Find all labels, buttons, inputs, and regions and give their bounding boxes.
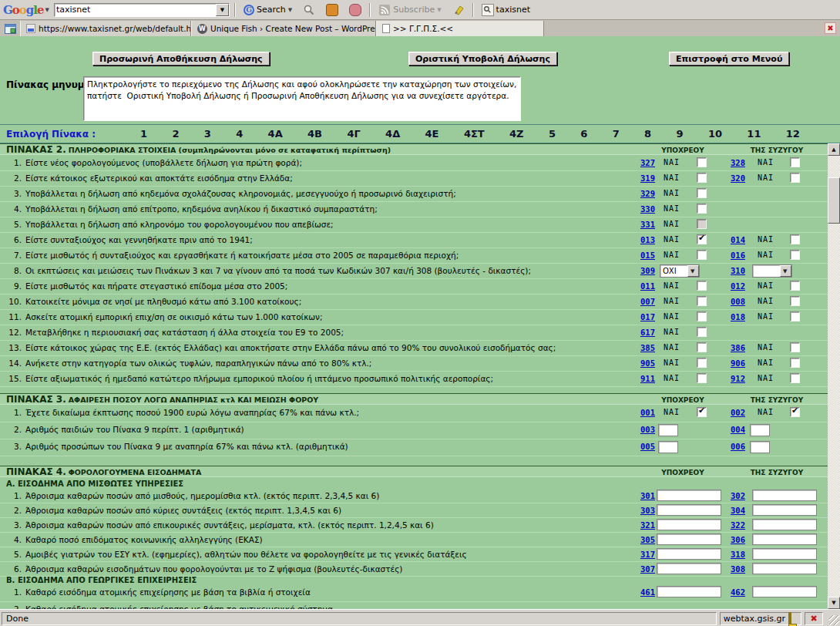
code-link-002[interactable]: 002	[731, 408, 745, 417]
form-scrollbar[interactable]: ▲ ▼	[828, 143, 840, 609]
checkbox[interactable]	[697, 173, 707, 183]
checkbox[interactable]	[697, 219, 707, 229]
checkbox[interactable]	[697, 188, 707, 198]
checkbox[interactable]	[697, 157, 707, 167]
toolbar-search-input[interactable]	[56, 5, 215, 15]
yes-no-select[interactable]: ▼	[752, 264, 792, 278]
checkbox[interactable]	[790, 342, 800, 352]
code-link-304[interactable]: 304	[731, 506, 745, 515]
code-link-461[interactable]: 461	[640, 587, 655, 597]
tab-taxisnet[interactable]: https://www.taxisnet.gr/web/default.html	[20, 21, 191, 36]
checkbox[interactable]	[790, 250, 800, 260]
checkbox[interactable]	[697, 327, 707, 337]
checkbox[interactable]	[697, 281, 707, 291]
code-link-004[interactable]: 004	[731, 425, 745, 434]
code-link-330[interactable]: 330	[640, 204, 655, 214]
code-link-317[interactable]: 317	[640, 550, 655, 559]
scrollbar-thumb[interactable]	[828, 177, 840, 224]
table-select-2[interactable]: 2	[172, 128, 179, 140]
table-select-10[interactable]: 10	[708, 128, 722, 140]
highlighter-button[interactable]	[449, 3, 468, 17]
code-link-912[interactable]: 912	[731, 374, 745, 383]
status-blocked-panel[interactable]: ✖	[805, 612, 823, 625]
amount-input[interactable]	[657, 548, 721, 560]
code-link-303[interactable]: 303	[640, 506, 655, 515]
amount-input[interactable]	[752, 563, 817, 574]
code-link-308[interactable]: 308	[731, 564, 745, 574]
code-link-462[interactable]: 462	[731, 587, 745, 597]
code-link-906[interactable]: 906	[731, 358, 745, 368]
checkbox[interactable]	[697, 342, 707, 352]
amount-input[interactable]	[657, 519, 721, 530]
table-select-8[interactable]: 8	[644, 128, 651, 140]
code-link-322[interactable]: 322	[731, 520, 745, 530]
close-icon[interactable]: ✖	[825, 22, 836, 34]
code-link-307[interactable]: 307	[640, 564, 655, 574]
code-link-301[interactable]: 301	[640, 491, 655, 500]
page-info-button[interactable]	[323, 3, 341, 17]
amount-input[interactable]	[752, 586, 817, 597]
table-select-4Ζ[interactable]: 4Ζ	[509, 128, 523, 140]
word-find-button[interactable]: taxisnet	[479, 3, 533, 17]
checkbox[interactable]	[697, 311, 707, 321]
code-link-017[interactable]: 017	[640, 312, 655, 321]
table-select-11[interactable]: 11	[747, 128, 761, 140]
checkbox[interactable]	[790, 373, 800, 383]
code-link-005[interactable]: 005	[640, 442, 655, 451]
scroll-up-icon[interactable]: ▲	[828, 143, 840, 156]
table-select-5[interactable]: 5	[549, 128, 556, 140]
code-link-911[interactable]: 911	[640, 374, 655, 383]
extras-button[interactable]	[346, 3, 365, 17]
code-link-329[interactable]: 329	[640, 189, 655, 198]
code-link-014[interactable]: 014	[731, 235, 745, 244]
subscribe-button[interactable]: Subscribe ▼	[375, 3, 444, 17]
code-link-309[interactable]: 309	[640, 266, 655, 275]
amount-input[interactable]	[752, 490, 817, 501]
code-link-003[interactable]: 003	[640, 425, 655, 434]
table-select-12[interactable]: 12	[786, 128, 800, 140]
table-select-7[interactable]: 7	[613, 128, 620, 140]
code-link-327[interactable]: 327	[640, 158, 655, 167]
code-link-305[interactable]: 305	[640, 535, 655, 544]
amount-input[interactable]	[657, 586, 721, 597]
table-select-9[interactable]: 9	[677, 128, 684, 140]
checkbox[interactable]	[697, 358, 707, 368]
table-select-3[interactable]: 3	[204, 128, 211, 140]
checkbox[interactable]	[697, 296, 707, 306]
code-link-306[interactable]: 306	[731, 535, 745, 544]
table-select-6[interactable]: 6	[580, 128, 587, 140]
message-board-text[interactable]: Πληκτρολογήστε το περιεχόμενο της Δήλωση…	[83, 76, 521, 121]
code-link-011[interactable]: 011	[640, 281, 655, 291]
tab-wordpress[interactable]: W Unique Fish › Create New Post – WordPr…	[191, 21, 376, 36]
table-select-1[interactable]: 1	[140, 128, 147, 140]
code-link-617[interactable]: 617	[640, 328, 655, 337]
number-input[interactable]	[750, 441, 770, 453]
table-select-4Γ[interactable]: 4Γ	[347, 128, 360, 140]
code-link-012[interactable]: 012	[731, 281, 745, 291]
code-link-320[interactable]: 320	[731, 173, 745, 183]
checkbox[interactable]	[790, 173, 800, 183]
code-link-385[interactable]: 385	[640, 343, 655, 352]
table-select-4Δ[interactable]: 4Δ	[385, 128, 400, 140]
code-link-016[interactable]: 016	[731, 251, 745, 260]
select-dropdown-button[interactable]: ▼	[687, 265, 699, 277]
checkbox[interactable]	[697, 373, 707, 383]
amount-input[interactable]	[657, 504, 721, 516]
amount-input[interactable]	[752, 519, 817, 530]
search-button[interactable]: G Search ▼	[240, 4, 295, 16]
table-select-4[interactable]: 4	[236, 128, 243, 140]
code-link-386[interactable]: 386	[731, 343, 745, 352]
save-temp-button[interactable]: Προσωρινή Αποθήκευση Δήλωσης	[92, 52, 270, 66]
amount-input[interactable]	[752, 548, 817, 560]
checkbox[interactable]	[790, 157, 800, 167]
number-input[interactable]	[658, 441, 678, 453]
table-select-4ΣΤ[interactable]: 4ΣΤ	[464, 128, 485, 140]
code-link-018[interactable]: 018	[731, 312, 745, 321]
number-input[interactable]	[750, 424, 770, 436]
code-link-302[interactable]: 302	[731, 491, 745, 500]
code-link-013[interactable]: 013	[640, 235, 655, 244]
code-link-006[interactable]: 006	[731, 442, 745, 451]
search-history-dropdown[interactable]: ▼	[216, 4, 229, 16]
code-link-318[interactable]: 318	[731, 550, 745, 559]
select-dropdown-button[interactable]: ▼	[780, 265, 791, 277]
